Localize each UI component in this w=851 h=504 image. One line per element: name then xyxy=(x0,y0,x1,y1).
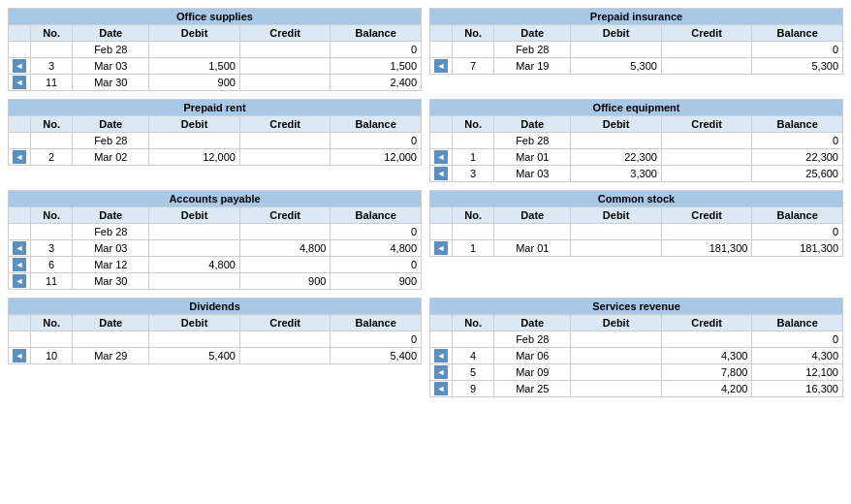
row-arrow-icon[interactable]: ◄ xyxy=(434,349,448,362)
row-no xyxy=(31,331,73,348)
row-no xyxy=(31,133,73,149)
table-prepaid-rent: Prepaid rentNo.DateDebitCreditBalanceFeb… xyxy=(8,99,422,182)
title-prepaid-insurance: Prepaid insurance xyxy=(430,9,843,25)
row-no: 6 xyxy=(31,257,73,273)
row-no: 11 xyxy=(31,273,73,290)
col-header-balance: Balance xyxy=(752,25,843,42)
table-dividends: DividendsNo.DateDebitCreditBalance0◄10Ma… xyxy=(8,298,422,397)
row-arrow-icon[interactable]: ◄ xyxy=(13,76,26,89)
row-no xyxy=(453,331,494,348)
row-debit xyxy=(571,348,662,364)
table-row: ◄11Mar 309002,400 xyxy=(9,75,422,91)
ledger-prepaid-rent: Prepaid rentNo.DateDebitCreditBalanceFeb… xyxy=(8,99,422,166)
row-date: Mar 01 xyxy=(494,240,571,257)
row-balance: 5,400 xyxy=(331,348,422,364)
row-balance: 0 xyxy=(752,331,843,348)
row-no: 4 xyxy=(453,348,494,364)
col-header-balance: Balance xyxy=(331,25,422,42)
row-no: 3 xyxy=(31,58,73,75)
col-header-no: No. xyxy=(31,116,73,133)
row-debit xyxy=(571,331,662,348)
row-no xyxy=(453,42,494,58)
row-no xyxy=(453,133,494,149)
title-office-supplies: Office supplies xyxy=(9,9,422,25)
row-debit: 12,000 xyxy=(149,149,240,166)
row-date: Feb 28 xyxy=(494,42,571,58)
row-arrow-icon[interactable]: ◄ xyxy=(434,365,448,379)
row-date: Feb 28 xyxy=(73,224,149,240)
table-row: ◄1Mar 01181,300181,300 xyxy=(430,240,843,257)
row-debit xyxy=(571,381,662,397)
table-row: ◄4Mar 064,3004,300 xyxy=(430,348,843,364)
col-header-date: Date xyxy=(494,207,571,224)
row-credit xyxy=(661,331,752,348)
row-balance: 0 xyxy=(752,224,843,240)
row-balance: 0 xyxy=(331,133,422,149)
row-arrow-icon[interactable]: ◄ xyxy=(13,349,26,362)
col-header-no: No. xyxy=(31,207,73,224)
row-arrow-icon[interactable]: ◄ xyxy=(434,241,448,255)
row-arrow-icon[interactable]: ◄ xyxy=(434,59,448,73)
row-no: 1 xyxy=(453,149,494,166)
row-date: Mar 03 xyxy=(494,166,571,182)
table-row: ◄3Mar 033,30025,600 xyxy=(430,166,843,182)
table-row: ◄10Mar 295,4005,400 xyxy=(9,348,422,364)
row-balance: 0 xyxy=(331,257,422,273)
row-debit xyxy=(149,331,240,348)
row-debit xyxy=(149,224,240,240)
col-header-date: Date xyxy=(494,116,571,133)
row-credit: 4,200 xyxy=(661,381,752,397)
table-office-supplies: Office suppliesNo.DateDebitCreditBalance… xyxy=(8,8,422,91)
col-header-credit: Credit xyxy=(239,25,331,42)
row-debit xyxy=(571,133,662,149)
col-header-balance: Balance xyxy=(752,315,843,331)
row-arrow-icon[interactable]: ◄ xyxy=(13,274,26,288)
row-balance: 181,300 xyxy=(752,240,843,257)
table-row: Feb 280 xyxy=(430,331,843,348)
col-header-credit: Credit xyxy=(661,116,752,133)
table-services-revenue: Services revenueNo.DateDebitCreditBalanc… xyxy=(429,298,843,397)
row-credit: 4,300 xyxy=(661,348,752,364)
ledger-services-revenue: Services revenueNo.DateDebitCreditBalanc… xyxy=(429,298,843,397)
row-credit xyxy=(239,42,331,58)
row-debit xyxy=(571,42,662,58)
col-header-debit: Debit xyxy=(149,25,240,42)
row-credit: 900 xyxy=(239,273,331,290)
row-arrow-icon[interactable]: ◄ xyxy=(434,382,448,395)
row-debit: 5,400 xyxy=(149,348,240,364)
row-arrow-icon[interactable]: ◄ xyxy=(434,167,448,180)
row-arrow-icon[interactable]: ◄ xyxy=(13,150,26,164)
col-header-debit: Debit xyxy=(571,315,662,331)
row-credit xyxy=(239,257,331,273)
row-balance: 4,800 xyxy=(331,240,422,257)
col-header-balance: Balance xyxy=(331,207,422,224)
col-header-no: No. xyxy=(453,315,494,331)
row-balance: 0 xyxy=(331,331,422,348)
col-header-credit: Credit xyxy=(661,207,752,224)
title-common-stock: Common stock xyxy=(430,191,843,207)
row-date: Mar 12 xyxy=(73,257,149,273)
row-date: Mar 30 xyxy=(73,75,149,91)
table-row: ◄3Mar 031,5001,500 xyxy=(9,58,422,75)
row-balance: 25,600 xyxy=(752,166,843,182)
row-debit xyxy=(149,273,240,290)
main-grid: Office suppliesNo.DateDebitCreditBalance… xyxy=(8,8,843,397)
row-date: Mar 30 xyxy=(73,273,149,290)
row-arrow-icon[interactable]: ◄ xyxy=(13,59,26,73)
row-arrow-icon[interactable]: ◄ xyxy=(13,241,26,255)
row-no: 5 xyxy=(453,364,494,381)
row-arrow-icon[interactable]: ◄ xyxy=(13,258,26,271)
row-credit: 7,800 xyxy=(661,364,752,381)
row-debit: 1,500 xyxy=(149,58,240,75)
table-row: ◄6Mar 124,8000 xyxy=(9,257,422,273)
col-header-debit: Debit xyxy=(571,207,662,224)
table-row: Feb 280 xyxy=(9,42,422,58)
row-date: Mar 02 xyxy=(73,149,149,166)
row-debit xyxy=(149,133,240,149)
row-debit: 4,800 xyxy=(149,257,240,273)
row-balance: 0 xyxy=(752,42,843,58)
row-date xyxy=(494,224,571,240)
row-no xyxy=(31,42,73,58)
row-balance: 22,300 xyxy=(752,149,843,166)
row-arrow-icon[interactable]: ◄ xyxy=(434,150,448,164)
